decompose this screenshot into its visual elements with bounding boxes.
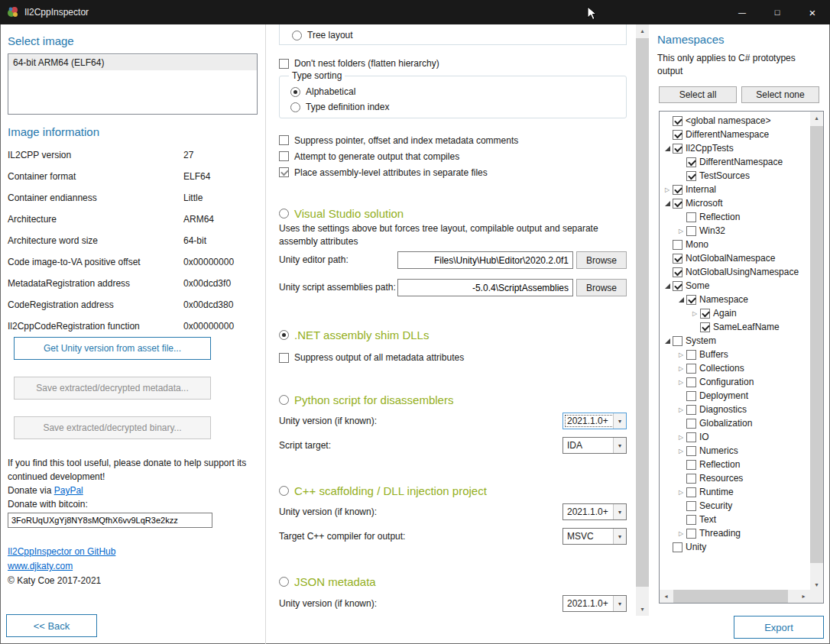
namespace-checkbox[interactable]: [673, 130, 682, 140]
tree-item[interactable]: DifferentNamespace: [662, 155, 810, 169]
namespace-label[interactable]: Collections: [699, 363, 744, 374]
tree-item[interactable]: Mono: [662, 238, 810, 251]
namespace-checkbox[interactable]: [673, 254, 682, 264]
namespace-label[interactable]: Mono: [686, 239, 708, 250]
section-title[interactable]: .NET assembly shim DLLs: [294, 328, 429, 341]
tree-item[interactable]: NotGlobalUsingNamespace: [662, 265, 810, 279]
tree-item[interactable]: Text: [662, 513, 810, 526]
expand-arrow-icon[interactable]: ▷: [676, 404, 686, 415]
scroll-up-icon[interactable]: ▴: [810, 112, 823, 125]
cpp-compiler-dropdown[interactable]: MSVC ▾: [563, 528, 627, 545]
tree-item[interactable]: System: [662, 334, 810, 348]
radio-icon[interactable]: [279, 330, 289, 340]
namespace-label[interactable]: Some: [686, 280, 709, 291]
tree-item[interactable]: Globalization: [662, 416, 810, 430]
namespace-label[interactable]: NotGlobalNamespace: [686, 253, 775, 264]
checkbox-label[interactable]: Suppress output of all metadata attribut…: [294, 352, 464, 363]
tree-item[interactable]: Namespace: [662, 293, 810, 306]
scroll-down-icon[interactable]: ▾: [636, 603, 649, 616]
scrollbar-thumb[interactable]: [810, 126, 823, 563]
checkbox-label[interactable]: Attempt to generate output that compiles: [294, 151, 459, 162]
option-checkbox-row[interactable]: Place assembly-level attributes in separ…: [279, 164, 627, 180]
website-link[interactable]: www.djkaty.com: [8, 561, 73, 571]
tree-item[interactable]: TestSources: [662, 169, 810, 183]
github-link[interactable]: Il2CppInspector on GitHub: [8, 546, 115, 557]
tree-item[interactable]: DifferentNamespace: [662, 128, 810, 141]
scrollbar-thumb[interactable]: [673, 590, 788, 603]
browse-editor-path-button[interactable]: Browse: [576, 251, 627, 269]
namespace-label[interactable]: Deployment: [699, 390, 748, 401]
collapse-arrow-icon[interactable]: [662, 335, 673, 346]
expand-arrow-icon[interactable]: ▷: [676, 432, 686, 442]
expand-arrow-icon[interactable]: ▷: [676, 225, 686, 236]
namespace-checkbox[interactable]: [686, 295, 696, 305]
tree-item[interactable]: SameLeafName: [662, 320, 810, 334]
expand-arrow-icon[interactable]: ▷: [676, 349, 686, 360]
checkbox-label[interactable]: Don't nest folders (flatten hierarchy): [294, 58, 439, 69]
namespace-checkbox[interactable]: [673, 199, 682, 209]
namespace-label[interactable]: Configuration: [699, 377, 754, 387]
namespace-label[interactable]: Diagnostics: [699, 404, 747, 415]
tree-item[interactable]: Reflection: [662, 210, 810, 224]
bitcoin-address-input[interactable]: [8, 513, 212, 528]
collapse-arrow-icon[interactable]: [662, 280, 673, 291]
namespace-checkbox[interactable]: [686, 226, 696, 236]
chevron-down-icon[interactable]: ▾: [613, 504, 626, 519]
tree-item[interactable]: ▷Configuration: [662, 375, 810, 389]
chevron-down-icon[interactable]: ▾: [613, 413, 626, 429]
namespace-label[interactable]: IO: [699, 432, 709, 442]
namespace-label[interactable]: Buffers: [699, 349, 728, 360]
select-all-button[interactable]: Select all: [659, 86, 737, 103]
chevron-down-icon[interactable]: ▾: [613, 596, 626, 611]
collapse-arrow-icon[interactable]: [662, 198, 673, 209]
paypal-link[interactable]: PayPal: [54, 485, 83, 496]
namespace-label[interactable]: NotGlobalUsingNamespace: [686, 267, 799, 277]
back-button[interactable]: << Back: [6, 614, 97, 637]
namespace-label[interactable]: Reflection: [699, 212, 740, 222]
browse-assemblies-path-button[interactable]: Browse: [576, 279, 627, 296]
tree-item[interactable]: ▷Collections: [662, 361, 810, 375]
namespace-label[interactable]: Numerics: [699, 445, 738, 456]
namespace-checkbox[interactable]: [686, 350, 696, 360]
checkbox-icon[interactable]: [279, 151, 289, 161]
option-checkbox-row[interactable]: Attempt to generate output that compiles: [279, 148, 627, 164]
radio-icon[interactable]: [279, 395, 289, 405]
maximize-button[interactable]: □: [760, 0, 795, 24]
scroll-left-icon[interactable]: ◂: [660, 590, 673, 603]
tree-item[interactable]: ▷Win32: [662, 224, 810, 238]
namespace-checkbox[interactable]: [700, 322, 710, 332]
minimize-button[interactable]: —: [725, 0, 760, 24]
suppress-metadata-attributes-checkbox-row[interactable]: Suppress output of all metadata attribut…: [279, 350, 627, 365]
namespace-checkbox[interactable]: [673, 240, 682, 250]
namespace-checkbox[interactable]: [686, 364, 696, 374]
namespace-label[interactable]: Globalization: [699, 418, 752, 429]
type-sorting-option[interactable]: Type definition index: [290, 99, 626, 115]
expand-arrow-icon[interactable]: ▷: [676, 528, 686, 539]
tree-layout-option[interactable]: Tree layout: [292, 28, 626, 43]
expand-arrow-icon[interactable]: ▷: [676, 445, 686, 456]
namespace-checkbox[interactable]: [686, 419, 696, 429]
chevron-down-icon[interactable]: ▾: [613, 529, 626, 544]
tree-item[interactable]: ▷Buffers: [662, 348, 810, 361]
namespace-checkbox[interactable]: [686, 212, 696, 222]
namespace-checkbox[interactable]: [673, 267, 682, 277]
section-title[interactable]: JSON metadata: [294, 575, 376, 588]
namespace-label[interactable]: Text: [699, 514, 716, 525]
tree-item[interactable]: NotGlobalNamespace: [662, 251, 810, 265]
checkbox-icon[interactable]: [279, 59, 289, 69]
namespace-checkbox[interactable]: [673, 336, 682, 346]
visual-studio-option[interactable]: Visual Studio solution: [279, 205, 627, 221]
namespace-label[interactable]: TestSources: [699, 170, 750, 181]
namespace-label[interactable]: DifferentNamespace: [686, 129, 769, 140]
namespace-checkbox[interactable]: [686, 474, 696, 484]
tree-item[interactable]: ▷Numerics: [662, 444, 810, 458]
collapse-arrow-icon[interactable]: [676, 294, 686, 305]
checkbox-label[interactable]: Suppress pointer, offset and index metad…: [294, 135, 518, 146]
expand-arrow-icon[interactable]: ▷: [676, 363, 686, 374]
unity-editor-path-input[interactable]: [397, 251, 573, 269]
tree-item[interactable]: Resources: [662, 471, 810, 485]
collapse-arrow-icon[interactable]: [662, 143, 673, 154]
namespace-checkbox[interactable]: [686, 157, 696, 167]
namespace-checkbox[interactable]: [686, 405, 696, 415]
namespace-label[interactable]: DifferentNamespace: [699, 157, 783, 167]
